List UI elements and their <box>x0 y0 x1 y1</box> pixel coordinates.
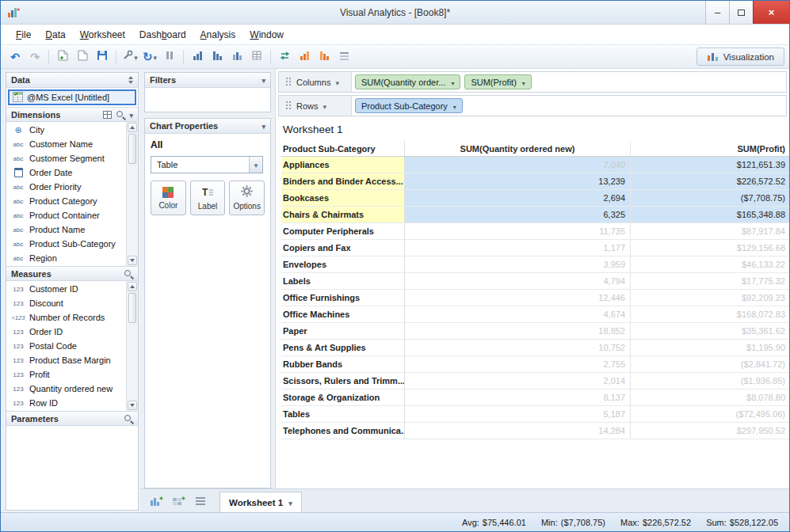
category-cell[interactable]: Envelopes <box>281 256 405 272</box>
profit-cell[interactable]: $168,072.83 <box>631 306 789 322</box>
category-cell[interactable]: Appliances <box>281 157 405 173</box>
table-row[interactable]: Telephones and Communica... 14,284 $297,… <box>281 423 789 439</box>
data-pane-header[interactable]: Data <box>6 73 138 88</box>
new-dashboard-icon[interactable] <box>169 492 188 511</box>
category-cell[interactable]: Tables <box>281 406 405 422</box>
table-row[interactable]: Tables 5,187 ($72,495.06) <box>281 406 789 423</box>
scroll-down-icon[interactable] <box>128 256 137 265</box>
quantity-cell[interactable]: 8,137 <box>405 390 631 405</box>
dimension-item[interactable]: Product Sub-Category <box>6 237 126 251</box>
close-button[interactable]: × <box>753 1 789 24</box>
quantity-cell[interactable]: 11,735 <box>405 223 631 239</box>
chevron-down-icon[interactable] <box>129 110 133 120</box>
bar-chart-button[interactable] <box>227 48 246 66</box>
rows-shelf[interactable]: Rows Product Sub-Category <box>278 95 787 116</box>
measure-item[interactable]: Quantity ordered new <box>6 382 126 396</box>
profit-cell[interactable]: $8,078.80 <box>631 390 789 405</box>
profit-cell[interactable]: $17,775.32 <box>631 273 789 289</box>
open-file-button[interactable] <box>73 48 92 66</box>
visualization-button[interactable]: Visualization <box>696 48 784 66</box>
chevron-down-icon[interactable] <box>261 75 265 85</box>
category-cell[interactable]: Pens & Art Supplies <box>281 340 405 355</box>
table-row[interactable]: Office Furnishings 12,446 $92,209.23 <box>281 290 789 306</box>
tab-worksheet-1[interactable]: Worksheet 1 <box>219 492 302 512</box>
profit-cell[interactable]: $1,195.90 <box>631 340 789 355</box>
table-row[interactable]: Binders and Binder Access... 13,239 $226… <box>281 173 789 190</box>
menu-item[interactable]: File <box>9 26 38 44</box>
dimensions-scrollbar[interactable] <box>126 122 138 266</box>
table-row[interactable]: Envelopes 3,959 $46,133.22 <box>281 256 789 273</box>
category-cell[interactable]: Scissors, Rulers and Trimm... <box>281 373 405 389</box>
quantity-cell[interactable]: 18,852 <box>405 323 631 339</box>
new-file-button[interactable] <box>53 48 72 66</box>
column-header[interactable]: SUM(Profit) <box>631 141 789 156</box>
measure-item[interactable]: Profit <box>6 367 126 382</box>
chart-type-dropdown-button[interactable] <box>249 157 262 173</box>
category-cell[interactable]: Chairs & Chairmats <box>281 207 405 222</box>
redo-button[interactable]: ↷ <box>25 48 44 66</box>
table-row[interactable]: Appliances 7,040 $121,651.39 <box>281 157 789 173</box>
profit-cell[interactable]: $46,133.22 <box>631 256 789 272</box>
quantity-cell[interactable]: 12,446 <box>405 290 631 306</box>
category-cell[interactable]: Office Machines <box>281 306 405 322</box>
maximize-button[interactable] <box>729 1 753 24</box>
category-cell[interactable]: Binders and Binder Access... <box>281 173 405 189</box>
table-row[interactable]: Computer Peripherals 11,735 $87,917.84 <box>281 223 789 240</box>
scroll-track[interactable] <box>128 291 137 401</box>
quantity-cell[interactable]: 4,794 <box>405 273 631 289</box>
profit-cell[interactable]: ($72,495.06) <box>631 406 789 422</box>
category-cell[interactable]: Rubber Bands <box>281 356 405 372</box>
undo-button[interactable]: ↶ <box>6 48 25 66</box>
label-button[interactable]: T Label <box>190 180 226 215</box>
profit-cell[interactable]: $92,209.23 <box>631 290 789 306</box>
measure-item[interactable]: Postal Code <box>6 339 126 353</box>
measure-item[interactable]: Customer ID <box>6 282 126 296</box>
dimension-item[interactable]: Customer Segment <box>6 151 126 165</box>
shelf-pill[interactable]: SUM(Quantity order... <box>355 74 460 89</box>
table-row[interactable]: Pens & Art Supplies 10,752 $1,195.90 <box>281 340 789 356</box>
view-data-icon[interactable] <box>103 111 112 119</box>
filters-shelf[interactable] <box>145 88 270 112</box>
chevron-down-icon[interactable] <box>261 121 265 131</box>
measure-item[interactable]: Product Base Margin <box>6 353 126 367</box>
measures-scrollbar[interactable] <box>126 281 138 411</box>
highlight-ascending-button[interactable] <box>295 48 314 66</box>
quantity-cell[interactable]: 6,325 <box>405 207 631 222</box>
table-row[interactable]: Office Machines 4,674 $168,072.83 <box>281 306 789 323</box>
columns-shelf-label[interactable]: Columns <box>279 72 352 92</box>
column-header[interactable]: SUM(Quantity ordered new) <box>405 141 631 156</box>
search-icon[interactable] <box>124 269 133 279</box>
minimize-button[interactable]: – <box>705 1 729 24</box>
profit-cell[interactable]: ($7,708.75) <box>631 190 789 206</box>
dimension-item[interactable]: Product Name <box>6 222 126 237</box>
new-worksheet-icon[interactable] <box>147 492 166 511</box>
profit-cell[interactable]: $121,651.39 <box>631 157 789 173</box>
quantity-cell[interactable]: 7,040 <box>405 157 631 173</box>
quantity-cell[interactable]: 5,187 <box>405 406 631 422</box>
column-header[interactable]: Product Sub-Category <box>281 141 405 156</box>
shelf-pill[interactable]: SUM(Profit) <box>464 74 531 89</box>
rows-field[interactable]: Product Sub-Category <box>352 96 786 116</box>
category-cell[interactable]: Office Furnishings <box>281 290 405 306</box>
columns-shelf[interactable]: Columns SUM(Quantity order... <box>278 71 787 93</box>
sort-ascending-button[interactable] <box>188 48 207 66</box>
quantity-cell[interactable]: 2,755 <box>405 356 631 372</box>
highlight-descending-button[interactable] <box>315 48 334 66</box>
dimension-item[interactable]: Order Date <box>6 165 126 180</box>
dimension-item[interactable]: Order Priority <box>6 180 126 194</box>
category-cell[interactable]: Telephones and Communica... <box>281 423 405 439</box>
dimension-item[interactable]: Customer Name <box>6 137 126 151</box>
search-icon[interactable] <box>116 110 125 120</box>
profit-cell[interactable]: ($2,841.72) <box>631 356 789 372</box>
chevron-down-icon[interactable] <box>323 101 327 111</box>
quantity-cell[interactable]: 2,694 <box>405 190 631 206</box>
table-row[interactable]: Paper 18,852 $35,361.62 <box>281 323 789 340</box>
table-row[interactable]: Storage & Organization 8,137 $8,078.80 <box>281 390 789 406</box>
quantity-cell[interactable]: 1,177 <box>405 240 631 256</box>
profit-cell[interactable]: $35,361.62 <box>631 323 789 339</box>
pill-menu-icon[interactable] <box>453 101 456 111</box>
category-cell[interactable]: Storage & Organization <box>281 390 405 405</box>
quantity-cell[interactable]: 4,674 <box>405 306 631 322</box>
connect-data-button[interactable] <box>120 48 139 66</box>
options-button[interactable]: Options <box>229 180 265 215</box>
